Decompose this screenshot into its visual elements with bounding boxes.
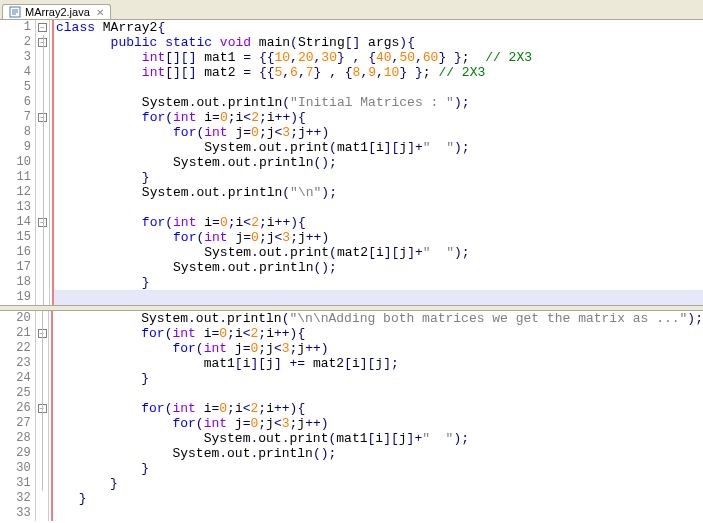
code-line: } [54, 170, 703, 185]
fold-toggle-icon[interactable]: − [38, 23, 47, 32]
code-line: System.out.print(mat1[i][j]+" "); [53, 431, 703, 446]
code-line: System.out.println("Initial Matrices : "… [54, 95, 703, 110]
code-line: public static void main(String[] args){ [54, 35, 703, 50]
code-area[interactable]: class MArray2{ public static void main(S… [54, 20, 703, 305]
line-number-gutter: 12345678910111213141516171819 [0, 20, 36, 305]
code-line [53, 506, 703, 521]
code-line [54, 80, 703, 95]
code-line: } [53, 491, 703, 506]
code-line-highlighted [54, 290, 703, 305]
tab-bar: MArray2.java ✕ [0, 0, 703, 20]
code-line: int[][] mat1 = {{10,20,30} , {40,50,60} … [54, 50, 703, 65]
code-line: } [53, 461, 703, 476]
tab-filename: MArray2.java [25, 6, 90, 18]
code-line: for(int j=0;j<3;j++) [54, 230, 703, 245]
editor-pane-top[interactable]: 12345678910111213141516171819 − − − − cl… [0, 20, 703, 305]
code-line: System.out.print(mat1[i][j]+" "); [54, 140, 703, 155]
fold-column: − − [36, 311, 50, 521]
code-line: for(int j=0;j<3;j++) [53, 416, 703, 431]
code-line: for(int i=0;i<2;i++){ [54, 110, 703, 125]
code-line [53, 386, 703, 401]
code-line: System.out.print(mat2[i][j]+" "); [54, 245, 703, 260]
code-line: } [53, 371, 703, 386]
file-tab[interactable]: MArray2.java ✕ [2, 4, 111, 19]
code-line: System.out.println("\n"); [54, 185, 703, 200]
code-line: for(int j=0;j<3;j++) [53, 341, 703, 356]
code-line: System.out.println(); [54, 260, 703, 275]
code-line: for(int i=0;i<2;i++){ [54, 215, 703, 230]
code-line: class MArray2{ [54, 20, 703, 35]
close-icon[interactable]: ✕ [96, 7, 104, 18]
code-area[interactable]: System.out.println("\n\nAdding both matr… [53, 311, 703, 521]
code-line: System.out.println(); [53, 446, 703, 461]
code-line: } [53, 476, 703, 491]
code-line: for(int j=0;j<3;j++) [54, 125, 703, 140]
line-number-gutter: 2021222324252627282930313233 [0, 311, 36, 521]
code-line: for(int i=0;i<2;i++){ [53, 326, 703, 341]
code-line: for(int i=0;i<2;i++){ [53, 401, 703, 416]
fold-column: − − − − [36, 20, 50, 305]
java-file-icon [9, 6, 21, 18]
code-line: int[][] mat2 = {{5,6,7} , {8,9,10} }; //… [54, 65, 703, 80]
editor-pane-bottom[interactable]: 2021222324252627282930313233 − − System.… [0, 311, 703, 521]
code-line: } [54, 275, 703, 290]
code-line: System.out.println("\n\nAdding both matr… [53, 311, 703, 326]
code-line: System.out.println(); [54, 155, 703, 170]
code-line: mat1[i][j] += mat2[i][j]; [53, 356, 703, 371]
code-line [54, 200, 703, 215]
